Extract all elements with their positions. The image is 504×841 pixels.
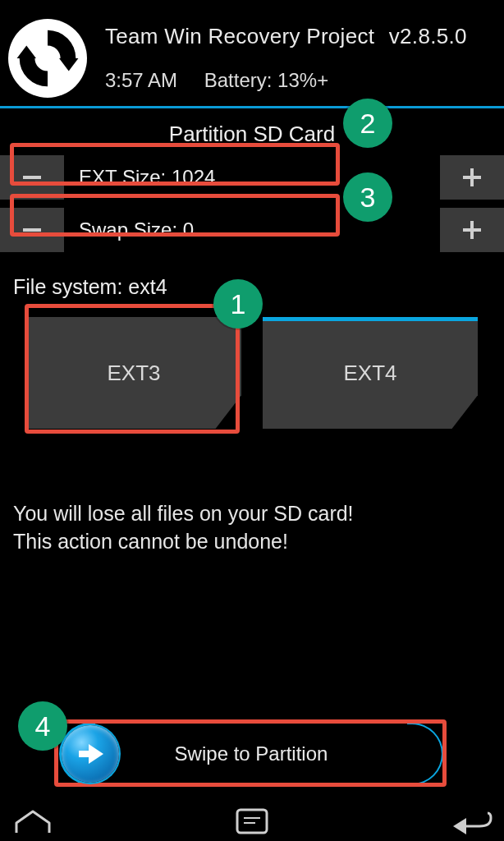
tutorial-badge-1: 1: [213, 279, 263, 329]
tab-ext3[interactable]: EXT3: [26, 317, 241, 429]
tab-ext4[interactable]: EXT4: [263, 317, 478, 429]
minus-icon: [18, 216, 46, 244]
warning-line-2: This action cannot be undone!: [0, 527, 504, 555]
minus-icon: [18, 163, 46, 191]
warning-block: You will lose all files on your SD card!…: [0, 499, 504, 555]
ext-size-stepper: EXT Size: 1024: [0, 155, 504, 200]
page-title: Partition SD Card: [0, 122, 504, 147]
app-version: v2.8.5.0: [389, 24, 467, 48]
tab-ext4-label: EXT4: [343, 361, 396, 386]
clock: 3:57 AM: [105, 69, 177, 91]
swap-size-plus-button[interactable]: [440, 208, 504, 252]
svg-rect-4: [470, 168, 474, 186]
status-bar: 3:57 AM Battery: 13%+: [105, 69, 467, 92]
tutorial-badge-2: 2: [343, 99, 392, 148]
warning-line-1: You will lose all files on your SD card!: [0, 499, 504, 527]
svg-rect-5: [23, 228, 41, 232]
arrow-right-icon: [72, 736, 108, 772]
battery-status: Battery: 13%+: [204, 69, 328, 91]
nav-terminal-button[interactable]: [236, 808, 268, 834]
svg-rect-7: [470, 221, 474, 239]
swap-size-minus-button[interactable]: [0, 208, 64, 252]
swap-size-stepper: Swap Size: 0: [0, 208, 504, 252]
svg-rect-10: [237, 810, 267, 833]
ext-size-plus-button[interactable]: [440, 155, 504, 200]
svg-rect-2: [23, 176, 41, 179]
plus-icon: [458, 163, 486, 191]
filesystem-tabs: EXT3 EXT4: [0, 317, 504, 429]
header: Team Win Recovery Project v2.8.5.0 3:57 …: [0, 0, 504, 108]
home-icon: [11, 808, 54, 834]
swipe-knob[interactable]: [62, 725, 119, 783]
nav-home-button[interactable]: [11, 808, 54, 834]
app-name: Team Win Recovery Project: [105, 24, 374, 48]
svg-rect-8: [79, 751, 89, 757]
svg-marker-9: [89, 744, 103, 764]
back-icon: [450, 808, 493, 834]
tutorial-badge-3: 3: [343, 172, 392, 222]
terminal-icon: [236, 808, 268, 834]
svg-marker-13: [453, 818, 466, 834]
svg-marker-0: [59, 58, 78, 71]
nav-back-button[interactable]: [450, 808, 493, 834]
app-title: Team Win Recovery Project v2.8.5.0: [105, 24, 467, 49]
svg-marker-1: [17, 45, 36, 58]
plus-icon: [458, 216, 486, 244]
system-navbar: [0, 802, 504, 841]
tab-ext3-label: EXT3: [107, 361, 160, 386]
ext-size-minus-button[interactable]: [0, 155, 64, 200]
twrp-logo: [8, 19, 87, 98]
swipe-to-partition[interactable]: Swipe to Partition: [59, 723, 443, 785]
